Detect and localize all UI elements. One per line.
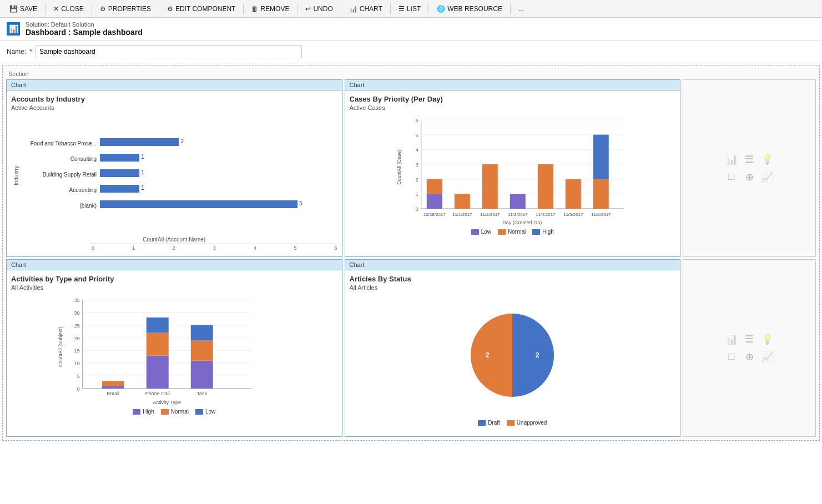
list-icon2[interactable]: ☰ [743, 333, 755, 345]
svg-text:Day (Created On): Day (Created On) [502, 220, 542, 225]
gear-icon: ⚙ [167, 5, 173, 13]
svg-text:11/6/2017: 11/6/2017 [591, 212, 611, 217]
svg-text:10/28/2017: 10/28/2017 [423, 212, 446, 217]
toolbar: 💾 SAVE ✕ CLOSE ⚙ PROPERTIES ⚙ EDIT COMPO… [0, 0, 822, 18]
toolbar-separator [428, 3, 429, 14]
axis-tick: 0 [92, 245, 94, 251]
legend-label: Unapproved [517, 420, 547, 426]
bulb-icon2[interactable]: 💡 [761, 333, 773, 345]
chart4-legend: DraftUnapproved [350, 420, 676, 426]
bulb-icon[interactable]: 💡 [761, 153, 773, 165]
svg-rect-30 [593, 135, 608, 179]
chart-body-4: Articles By Status All Articles 22 Draft… [345, 270, 680, 436]
chart3-subtitle: All Activities [11, 284, 337, 291]
toolbar-separator [243, 3, 244, 14]
bar-chart-icon2[interactable]: 📊 [725, 333, 738, 345]
save-button[interactable]: 💾 SAVE [4, 3, 42, 15]
bar-label: Accounting [19, 187, 100, 193]
svg-rect-29 [593, 179, 608, 209]
circle-icon2[interactable]: ⊕ [743, 351, 755, 363]
square-icon[interactable]: □ [725, 171, 738, 183]
legend-label: Normal [508, 229, 526, 235]
solution-label: Solution: Default Solution [26, 21, 143, 28]
bar-fill [100, 200, 297, 208]
legend-swatch [161, 409, 169, 415]
bar-fill [100, 138, 179, 146]
chart-panel-3: Chart Activities by Type and Priority Al… [6, 259, 342, 437]
dashboard-icon: 📊 [7, 22, 20, 36]
toolbar-separator [341, 3, 341, 14]
bar-label: Building Supply Retail [19, 172, 100, 178]
svg-rect-52 [102, 381, 124, 386]
line-chart-icon2[interactable]: 📈 [761, 351, 773, 363]
circle-icon[interactable]: ⊕ [743, 171, 755, 183]
pie-slice [512, 314, 554, 397]
bar-label: Food and Tobacco Proce... [19, 140, 100, 147]
svg-rect-56 [147, 317, 169, 332]
name-label: Name: [7, 48, 26, 56]
edit-component-button[interactable]: ⚙ EDIT COMPONENT [162, 3, 240, 15]
close-button[interactable]: ✕ CLOSE [48, 3, 89, 15]
legend-swatch [195, 409, 203, 415]
chart4-title: Articles By Status [350, 275, 676, 283]
toolbar-separator [390, 3, 391, 14]
legend-item: High [532, 229, 554, 235]
properties-button[interactable]: ⚙ PROPERTIES [95, 3, 156, 15]
chart-button[interactable]: 📊 CHART [344, 3, 387, 15]
undo-button[interactable]: ↩ UNDO [300, 3, 337, 15]
svg-rect-51 [102, 386, 124, 389]
legend-swatch [471, 229, 479, 235]
chart1-bar-row: Accounting1 [19, 185, 337, 195]
chart2-subtitle: Active Cases [350, 104, 676, 111]
chart-panel-1: Chart Accounts by Industry Active Accoun… [6, 79, 342, 257]
svg-text:11/3/2017: 11/3/2017 [507, 212, 527, 217]
name-input[interactable] [36, 45, 302, 58]
save-icon: 💾 [9, 5, 18, 13]
svg-text:CountAll (Case): CountAll (Case) [396, 149, 401, 185]
chart-icon: 📊 [349, 5, 357, 13]
legend-swatch [507, 420, 515, 426]
chart-header-3: Chart [7, 260, 342, 270]
svg-text:CountAll (Subject): CountAll (Subject) [58, 327, 63, 367]
chart3-svg: 05101520253035CountAll (Subject)EmailPho… [11, 294, 337, 405]
legend-swatch [532, 229, 540, 235]
svg-rect-27 [565, 179, 581, 209]
bar-value: 1 [141, 169, 144, 175]
globe-icon: 🌐 [437, 5, 445, 13]
axis-tick: 2 [173, 245, 175, 251]
chart3-canvas: 05101520253035CountAll (Subject)EmailPho… [11, 294, 337, 405]
chart2-canvas: 0123456CountAll (Case)10/28/201711/1/201… [350, 114, 676, 225]
legend-item: High [133, 409, 154, 415]
svg-text:35: 35 [74, 298, 80, 303]
svg-text:25: 25 [74, 323, 80, 329]
chart-panel-2: Chart Cases By Priority (Per Day) Active… [345, 79, 681, 257]
bar-fill [100, 154, 139, 162]
list-icon[interactable]: ☰ [743, 153, 755, 165]
svg-rect-60 [191, 325, 213, 340]
chart-panel-4: Chart Articles By Status All Articles 22… [345, 259, 681, 437]
toolbar-separator [92, 3, 92, 14]
axis-tick: 3 [213, 245, 216, 251]
svg-text:5: 5 [415, 133, 418, 138]
bar-label: Consulting [19, 156, 100, 162]
svg-text:15: 15 [74, 348, 80, 354]
undo-icon: ↩ [305, 5, 311, 13]
svg-rect-55 [147, 332, 169, 355]
chart1-y-axis-label: Industry [11, 114, 19, 236]
more-button[interactable]: ... [513, 3, 529, 15]
square-icon2[interactable]: □ [725, 351, 738, 363]
bar-chart-icon[interactable]: 📊 [725, 153, 738, 165]
svg-text:6: 6 [415, 118, 418, 123]
dashboard-area: Section Chart Accounts by Industry Activ… [2, 65, 820, 441]
bar-label: (blank) [19, 203, 100, 209]
svg-text:11/1/2017: 11/1/2017 [452, 212, 472, 217]
line-chart-icon[interactable]: 📈 [761, 171, 773, 183]
empty-panel-bottom: 📊 ☰ 💡 □ ⊕ 📈 [683, 259, 816, 437]
remove-button[interactable]: 🗑 REMOVE [246, 3, 294, 15]
web-resource-button[interactable]: 🌐 WEB RESOURCE [432, 3, 507, 15]
svg-text:4: 4 [415, 147, 418, 153]
list-button[interactable]: ☰ LIST [394, 3, 426, 15]
bar-fill [100, 169, 139, 177]
chart3-legend: HighNormalLow [11, 409, 337, 415]
legend-item: Unapproved [507, 420, 547, 426]
